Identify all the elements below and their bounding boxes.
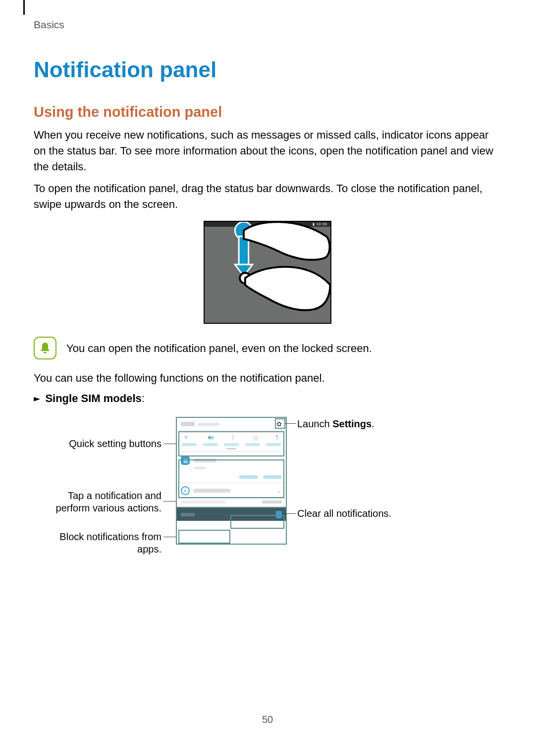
notification-panel-diagram: ✿ ᯤ 🔊︎ ᛒ ◎ ¶ ▤ ≡ ⌄ [33,417,498,553]
callout-launch-settings: Launch Settings. [297,418,374,430]
page-content: Basics Notification panel Using the noti… [0,0,535,553]
callout-quick-buttons: Quick setting buttons [57,438,161,450]
leader-line [163,537,176,537]
highlight-quick [178,431,284,456]
paragraph-intro: When you receive new notifications, such… [34,127,501,175]
tip-text: You can open the notification panel, eve… [66,341,372,356]
leader-line [284,513,296,514]
callout-tap-notification: Tap a notification and perform various a… [35,490,161,514]
page-title: Notification panel [34,57,501,82]
highlight-notif [178,459,284,498]
paragraph-functions: You can use the following functions on t… [34,370,501,386]
breadcrumb: Basics [34,19,501,31]
single-sim-label: ► Single SIM models: [34,392,501,405]
leader-line [285,423,296,424]
bell-icon [34,337,56,359]
highlight-settings [275,418,285,429]
tip-row: You can open the notification panel, eve… [34,337,501,359]
highlight-clear [230,515,284,529]
page-number: 50 [0,714,535,725]
highlight-block [178,530,230,544]
triangle-bullet-icon: ► [34,392,40,404]
swipe-down-drawing [205,222,330,323]
callout-block-notifications: Block notifications from apps. [35,531,161,555]
page-edge-rule [23,0,25,15]
section-heading: Using the notification panel [34,104,501,120]
paragraph-open-close: To open the notification panel, drag the… [34,181,501,212]
leader-line [163,501,176,502]
panel-header: ✿ [177,418,286,431]
panel-clear-row [177,499,286,507]
callout-clear-all: Clear all notifications. [297,507,391,520]
gesture-illustration: ▮ 10:00 [204,221,331,324]
leader-line [163,444,176,444]
